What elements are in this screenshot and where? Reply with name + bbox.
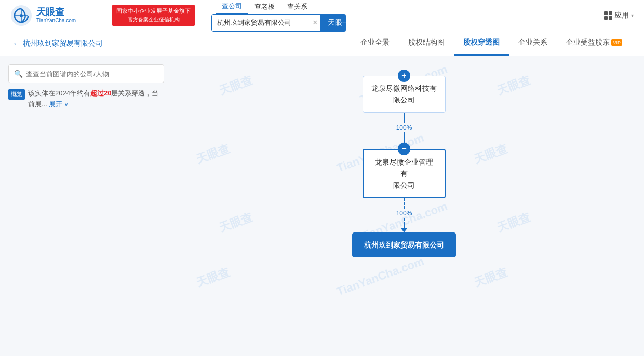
svg-point-1 bbox=[20, 14, 23, 17]
chevron-down-icon: ∨ bbox=[64, 102, 68, 107]
search-box: × 天眼一下 bbox=[211, 14, 346, 32]
nav-bar: ← 杭州玖到家贸易有限公司 企业全景 股权结构图 股权穿透图 企业关系 企业受益… bbox=[0, 31, 644, 56]
tab-beneficiary-shareholders[interactable]: 企业受益股东 VIP bbox=[557, 31, 632, 56]
logo-text-group: 天眼查 TianYanCha.com bbox=[36, 7, 76, 24]
search-clear-button[interactable]: × bbox=[310, 19, 320, 27]
node2-box[interactable]: 龙泉尽微企业管理有 限公司 bbox=[363, 149, 446, 198]
tab-enterprise-relations[interactable]: 企业关系 bbox=[509, 31, 557, 56]
tab-search-relation[interactable]: 查关系 bbox=[281, 0, 314, 14]
chart-area: 天眼查TianYanCha.com天眼查天眼查TianYanCha.com天眼查… bbox=[172, 64, 636, 338]
node3-box[interactable]: 杭州玖到家贸易有限公司 bbox=[352, 232, 456, 257]
connector1: 100% bbox=[396, 113, 412, 143]
org-chart: + 龙泉尽微网络科技有 限公司 100% − bbox=[352, 70, 456, 257]
connector2: 100% bbox=[396, 198, 412, 232]
pct1-label: 100% bbox=[396, 124, 412, 131]
tab-search-person[interactable]: 查老板 bbox=[248, 0, 281, 14]
tab-equity-penetration[interactable]: 股权穿透图 bbox=[454, 31, 509, 56]
search-filter-box: 🔍 bbox=[8, 64, 164, 83]
nav-tabs: 企业全景 股权结构图 股权穿透图 企业关系 企业受益股东 VIP bbox=[351, 31, 632, 56]
node1-expand-button[interactable]: + bbox=[398, 70, 410, 82]
notice-badge: 概览 bbox=[8, 89, 25, 100]
node1-row: + 龙泉尽微网络科技有 限公司 bbox=[363, 70, 446, 113]
apps-icon bbox=[604, 11, 612, 20]
logo-area: 天眼查 TianYanCha.com bbox=[10, 5, 104, 26]
search-filter-icon: 🔍 bbox=[14, 70, 23, 78]
notice-box: 概览 该实体在2024年约有超过20层关系穿透，当前展... 展开 ∨ bbox=[8, 88, 164, 110]
search-input[interactable] bbox=[212, 19, 310, 26]
search-tabs: 查公司 查老板 查关系 bbox=[216, 0, 346, 14]
notice-highlight: 超过20 bbox=[90, 89, 111, 97]
node2-expand-button[interactable]: − bbox=[398, 143, 410, 155]
pct2-label: 100% bbox=[396, 210, 412, 217]
vip-badge: VIP bbox=[611, 39, 622, 46]
apps-button[interactable]: 应用 ▾ bbox=[604, 11, 634, 20]
notice-text: 该实体在2024年约有超过20层关系穿透，当前展... 展开 ∨ bbox=[28, 88, 164, 110]
back-label: 杭州玖到家贸易有限公司 bbox=[23, 39, 103, 48]
logo-en: TianYanCha.com bbox=[36, 18, 76, 24]
arrow-down-icon bbox=[401, 228, 407, 232]
tab-search-company[interactable]: 查公司 bbox=[216, 0, 248, 14]
header: 天眼查 TianYanCha.com 国家中小企业发展子基金旗下 官方备案企业征… bbox=[0, 0, 644, 31]
left-panel: 🔍 概览 该实体在2024年约有超过20层关系穿透，当前展... 展开 ∨ bbox=[8, 64, 164, 338]
tab-enterprise-overview[interactable]: 企业全景 bbox=[351, 31, 399, 56]
search-filter-input[interactable] bbox=[26, 70, 158, 78]
ad-banner: 国家中小企业发展子基金旗下 官方备案企业征信机构 bbox=[112, 5, 195, 26]
main-content: 🔍 概览 该实体在2024年约有超过20层关系穿透，当前展... 展开 ∨ 天眼… bbox=[0, 56, 644, 347]
back-link[interactable]: ← 杭州玖到家贸易有限公司 bbox=[12, 39, 103, 48]
expand-button[interactable]: 展开 ∨ bbox=[49, 100, 68, 109]
logo-cn: 天眼查 bbox=[36, 7, 76, 18]
back-arrow-icon: ← bbox=[12, 39, 21, 48]
node2-row: − 龙泉尽微企业管理有 限公司 bbox=[363, 143, 446, 198]
tab-equity-structure[interactable]: 股权结构图 bbox=[399, 31, 454, 56]
apps-chevron-icon: ▾ bbox=[631, 12, 634, 18]
apps-label: 应用 bbox=[614, 11, 629, 20]
logo-icon bbox=[10, 5, 32, 26]
search-submit-button[interactable]: 天眼一下 bbox=[320, 15, 346, 31]
